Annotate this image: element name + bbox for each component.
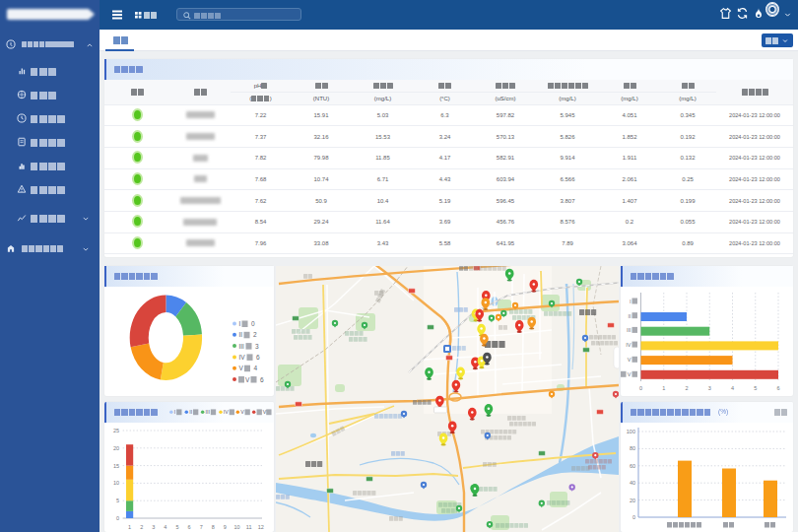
svg-text:0: 0 [639,385,642,391]
svg-text:1: 1 [662,385,665,391]
svg-text:5: 5 [754,385,757,391]
svg-text:0: 0 [116,515,119,521]
svg-text:20: 20 [113,445,119,451]
svg-text:6: 6 [256,354,260,361]
svg-text:6: 6 [188,524,191,530]
svg-text:5: 5 [175,524,178,530]
svg-text:0: 0 [251,320,255,327]
svg-text:4: 4 [254,365,258,371]
svg-text:4: 4 [731,385,734,391]
svg-text:40: 40 [630,480,635,486]
svg-text:2: 2 [140,524,143,530]
svg-text:III: III [627,327,632,333]
svg-text:2: 2 [253,331,257,338]
svg-text:IV: IV [626,342,632,348]
svg-text:4: 4 [164,524,166,530]
svg-text:II: II [628,313,632,319]
svg-text:5: 5 [116,498,119,503]
svg-text:3: 3 [708,385,711,391]
svg-text:I: I [174,409,175,415]
svg-text:15: 15 [113,463,119,469]
svg-text:3: 3 [152,524,155,530]
svg-text:0: 0 [632,514,635,520]
svg-text:20: 20 [630,498,635,503]
svg-text:60: 60 [630,463,635,469]
svg-text:7: 7 [200,524,203,530]
svg-text:100: 100 [627,429,635,434]
svg-text:2: 2 [685,385,688,391]
svg-text:10: 10 [233,524,239,530]
svg-text:III: III [239,343,245,350]
svg-text:IV: IV [224,409,229,415]
svg-text:V: V [239,365,244,371]
svg-text:10: 10 [113,480,119,486]
svg-text:25: 25 [113,428,119,433]
svg-text:IV: IV [239,354,246,361]
svg-text:I: I [630,299,632,304]
svg-text:I: I [239,320,241,327]
svg-text:V: V [245,376,250,383]
svg-text:9: 9 [224,524,227,530]
svg-text:6: 6 [776,385,779,391]
svg-text:3: 3 [255,343,259,350]
svg-text:V: V [240,409,244,415]
svg-text:II: II [239,331,243,338]
svg-text:II: II [189,409,192,415]
svg-text:V: V [628,357,632,363]
svg-text:III: III [206,409,210,415]
svg-text:12: 12 [258,524,264,530]
svg-text:V: V [628,371,632,377]
svg-text:6: 6 [260,376,264,383]
svg-text:8: 8 [212,524,215,530]
svg-text:80: 80 [630,445,635,451]
svg-text:1: 1 [128,524,131,530]
svg-text:11: 11 [246,524,252,530]
